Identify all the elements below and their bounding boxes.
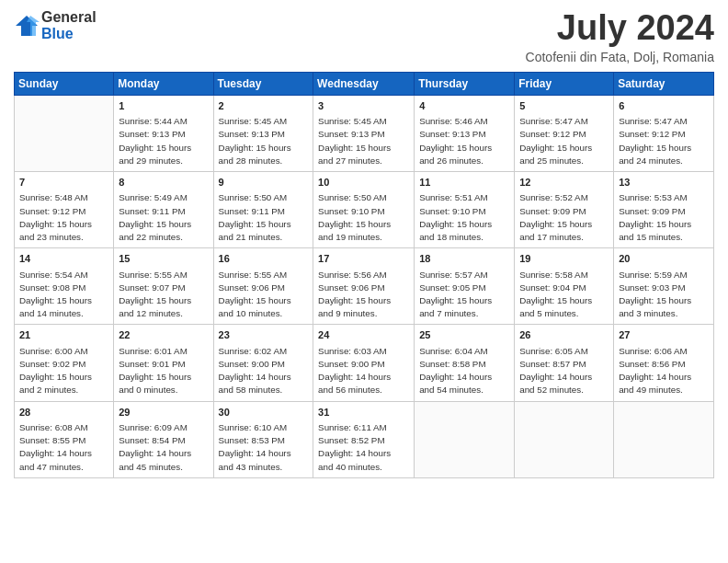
day-info: Sunrise: 5:55 AM Sunset: 9:07 PM Dayligh… [119,269,208,321]
calendar-cell: 28Sunrise: 6:08 AM Sunset: 8:55 PM Dayli… [15,401,114,477]
title-location: Cotofenii din Fata, Dolj, Romania [526,50,714,64]
calendar-cell [415,401,515,477]
day-info: Sunrise: 5:56 AM Sunset: 9:06 PM Dayligh… [318,269,409,321]
calendar-cell: 2Sunrise: 5:45 AM Sunset: 9:13 PM Daylig… [213,95,313,171]
weekday-header: Monday [114,72,213,95]
day-info: Sunrise: 5:49 AM Sunset: 9:11 PM Dayligh… [119,191,208,244]
weekday-header: Tuesday [213,72,313,95]
day-info: Sunrise: 5:58 AM Sunset: 9:04 PM Dayligh… [519,269,609,321]
day-info: Sunrise: 6:04 AM Sunset: 8:58 PM Dayligh… [419,345,509,397]
day-number: 7 [19,176,108,190]
day-number: 24 [318,328,409,342]
day-number: 5 [519,99,609,113]
calendar-week-row: 28Sunrise: 6:08 AM Sunset: 8:55 PM Dayli… [15,401,714,477]
weekday-header: Sunday [15,72,114,95]
day-info: Sunrise: 5:46 AM Sunset: 9:13 PM Dayligh… [419,115,509,167]
day-info: Sunrise: 5:57 AM Sunset: 9:05 PM Dayligh… [419,269,509,321]
calendar-cell: 5Sunrise: 5:47 AM Sunset: 9:12 PM Daylig… [515,95,614,171]
day-number: 17 [318,252,409,266]
day-info: Sunrise: 6:02 AM Sunset: 9:00 PM Dayligh… [219,345,309,397]
day-info: Sunrise: 5:45 AM Sunset: 9:13 PM Dayligh… [219,115,309,167]
day-info: Sunrise: 6:08 AM Sunset: 8:55 PM Dayligh… [19,421,108,474]
logo-icon [14,13,40,39]
calendar-cell: 31Sunrise: 6:11 AM Sunset: 8:52 PM Dayli… [313,401,415,477]
day-info: Sunrise: 6:00 AM Sunset: 9:02 PM Dayligh… [19,345,108,397]
day-number: 12 [519,176,609,190]
day-info: Sunrise: 6:05 AM Sunset: 8:57 PM Dayligh… [519,345,609,397]
day-number: 22 [119,328,208,342]
day-number: 19 [519,252,609,266]
day-info: Sunrise: 5:54 AM Sunset: 9:08 PM Dayligh… [19,269,108,321]
calendar-cell: 23Sunrise: 6:02 AM Sunset: 9:00 PM Dayli… [213,325,313,401]
calendar-cell: 27Sunrise: 6:06 AM Sunset: 8:56 PM Dayli… [614,325,714,401]
calendar-cell: 16Sunrise: 5:55 AM Sunset: 9:06 PM Dayli… [213,248,313,325]
calendar-cell: 15Sunrise: 5:55 AM Sunset: 9:07 PM Dayli… [114,248,213,325]
day-number: 25 [419,328,509,342]
day-info: Sunrise: 6:03 AM Sunset: 9:00 PM Dayligh… [318,345,409,397]
calendar-week-row: 21Sunrise: 6:00 AM Sunset: 9:02 PM Dayli… [15,325,714,401]
calendar-cell: 13Sunrise: 5:53 AM Sunset: 9:09 PM Dayli… [614,172,714,248]
weekday-header: Saturday [614,72,714,95]
calendar-week-row: 14Sunrise: 5:54 AM Sunset: 9:08 PM Dayli… [15,248,714,325]
calendar-cell: 7Sunrise: 5:48 AM Sunset: 9:12 PM Daylig… [15,172,114,248]
title-month: July 2024 [526,9,714,48]
logo-text: General Blue [41,9,97,41]
day-number: 8 [119,176,208,190]
day-number: 21 [19,328,108,342]
calendar-cell: 4Sunrise: 5:46 AM Sunset: 9:13 PM Daylig… [415,95,515,171]
calendar-cell [15,95,114,171]
day-number: 23 [219,328,309,342]
calendar-cell: 3Sunrise: 5:45 AM Sunset: 9:13 PM Daylig… [313,95,415,171]
day-number: 28 [19,406,108,419]
day-info: Sunrise: 5:53 AM Sunset: 9:09 PM Dayligh… [619,191,709,244]
day-info: Sunrise: 6:01 AM Sunset: 9:01 PM Dayligh… [119,345,208,397]
day-info: Sunrise: 5:50 AM Sunset: 9:11 PM Dayligh… [219,191,309,244]
logo-general: General [41,9,97,25]
day-number: 10 [318,176,409,190]
calendar-cell [515,401,614,477]
day-number: 16 [219,252,309,266]
calendar-week-row: 1Sunrise: 5:44 AM Sunset: 9:13 PM Daylig… [15,95,714,171]
day-number: 2 [219,99,309,113]
calendar-cell: 14Sunrise: 5:54 AM Sunset: 9:08 PM Dayli… [15,248,114,325]
day-info: Sunrise: 5:45 AM Sunset: 9:13 PM Dayligh… [318,115,409,167]
day-number: 18 [419,252,509,266]
calendar-header-row: SundayMondayTuesdayWednesdayThursdayFrid… [15,72,714,95]
day-number: 11 [419,176,509,190]
day-info: Sunrise: 5:52 AM Sunset: 9:09 PM Dayligh… [519,191,609,244]
calendar-cell: 6Sunrise: 5:47 AM Sunset: 9:12 PM Daylig… [614,95,714,171]
day-info: Sunrise: 5:44 AM Sunset: 9:13 PM Dayligh… [119,115,208,167]
day-number: 13 [619,176,709,190]
calendar-cell: 18Sunrise: 5:57 AM Sunset: 9:05 PM Dayli… [415,248,515,325]
calendar-cell: 12Sunrise: 5:52 AM Sunset: 9:09 PM Dayli… [515,172,614,248]
calendar-cell: 21Sunrise: 6:00 AM Sunset: 9:02 PM Dayli… [15,325,114,401]
day-number: 30 [219,406,309,419]
day-info: Sunrise: 5:47 AM Sunset: 9:12 PM Dayligh… [519,115,609,167]
header: General Blue July 2024 Cotofenii din Fat… [14,9,714,64]
day-number: 29 [119,406,208,419]
day-number: 6 [619,99,709,113]
title-block: July 2024 Cotofenii din Fata, Dolj, Roma… [526,9,714,64]
calendar-cell: 30Sunrise: 6:10 AM Sunset: 8:53 PM Dayli… [213,401,313,477]
day-number: 3 [318,99,409,113]
calendar-cell: 19Sunrise: 5:58 AM Sunset: 9:04 PM Dayli… [515,248,614,325]
calendar-cell: 29Sunrise: 6:09 AM Sunset: 8:54 PM Dayli… [114,401,213,477]
weekday-header: Thursday [415,72,515,95]
calendar-cell [614,401,714,477]
day-info: Sunrise: 5:47 AM Sunset: 9:12 PM Dayligh… [619,115,709,167]
page: General Blue July 2024 Cotofenii din Fat… [0,0,728,563]
calendar-cell: 26Sunrise: 6:05 AM Sunset: 8:57 PM Dayli… [515,325,614,401]
day-number: 26 [519,328,609,342]
calendar: SundayMondayTuesdayWednesdayThursdayFrid… [14,72,714,478]
calendar-cell: 22Sunrise: 6:01 AM Sunset: 9:01 PM Dayli… [114,325,213,401]
day-info: Sunrise: 6:10 AM Sunset: 8:53 PM Dayligh… [219,421,309,474]
calendar-cell: 1Sunrise: 5:44 AM Sunset: 9:13 PM Daylig… [114,95,213,171]
logo: General Blue [14,9,97,41]
weekday-header: Friday [515,72,614,95]
day-info: Sunrise: 6:11 AM Sunset: 8:52 PM Dayligh… [318,421,409,474]
calendar-cell: 9Sunrise: 5:50 AM Sunset: 9:11 PM Daylig… [213,172,313,248]
day-number: 27 [619,328,709,342]
day-number: 31 [318,406,409,419]
calendar-cell: 17Sunrise: 5:56 AM Sunset: 9:06 PM Dayli… [313,248,415,325]
day-number: 9 [219,176,309,190]
